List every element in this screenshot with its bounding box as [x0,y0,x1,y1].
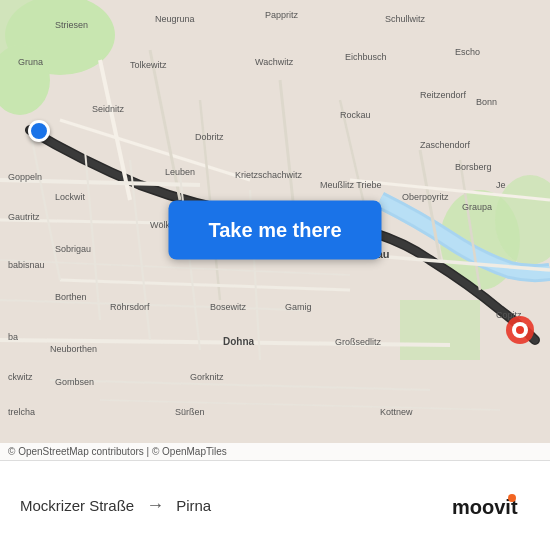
moovit-logo: moovit [450,488,530,523]
origin-pin [28,120,50,142]
svg-text:Tolkewitz: Tolkewitz [130,60,167,70]
svg-text:Meußlitz  Triebe: Meußlitz Triebe [320,180,382,190]
svg-text:Striesen: Striesen [55,20,88,30]
svg-text:Borsberg: Borsberg [455,162,492,172]
map-container: Striesen Neugruna Pappritz Schullwitz Gr… [0,0,550,460]
svg-text:Borthen: Borthen [55,292,87,302]
svg-text:Graupa: Graupa [462,202,492,212]
svg-text:Röhrsdorf: Röhrsdorf [110,302,150,312]
svg-text:Wachwitz: Wachwitz [255,57,294,67]
svg-text:Lockwit: Lockwit [55,192,86,202]
svg-text:Bosewitz: Bosewitz [210,302,247,312]
svg-text:Gorknitz: Gorknitz [190,372,224,382]
bottom-bar: Mockrizer Straße → Pirna moovit [0,460,550,550]
svg-rect-3 [0,0,80,60]
moovit-logo-svg: moovit [450,488,530,523]
svg-text:Kottnew: Kottnew [380,407,413,417]
svg-text:Pappritz: Pappritz [265,10,299,20]
svg-text:Zaschendorf: Zaschendorf [420,140,471,150]
svg-text:Sobrigau: Sobrigau [55,244,91,254]
svg-text:Seidnitz: Seidnitz [92,104,125,114]
svg-text:Gombsen: Gombsen [55,377,94,387]
svg-rect-6 [400,300,480,360]
svg-text:Leuben: Leuben [165,167,195,177]
svg-text:Eichbusch: Eichbusch [345,52,387,62]
svg-text:Neugruna: Neugruna [155,14,195,24]
arrow-icon: → [146,495,164,516]
svg-text:Rockau: Rockau [340,110,371,120]
svg-text:Goppeln: Goppeln [8,172,42,182]
svg-text:Schullwitz: Schullwitz [385,14,426,24]
svg-text:Reitzendorf: Reitzendorf [420,90,467,100]
svg-text:Krietzschachwitz: Krietzschachwitz [235,170,303,180]
svg-text:Gruna: Gruna [18,57,43,67]
take-me-there-button[interactable]: Take me there [168,201,381,260]
map-attribution: © OpenStreetMap contributors | © OpenMap… [0,443,550,460]
svg-text:ba: ba [8,332,18,342]
svg-point-55 [516,326,524,334]
destination-label: Pirna [176,497,211,514]
svg-text:moovit: moovit [452,496,518,518]
svg-text:Escho: Escho [455,47,480,57]
svg-text:Gautritz: Gautritz [8,212,40,222]
svg-text:Bonn: Bonn [476,97,497,107]
svg-text:Je: Je [496,180,506,190]
route-info: Mockrizer Straße → Pirna [20,495,450,516]
svg-text:Großsedlitz: Großsedlitz [335,337,382,347]
svg-text:Gamig: Gamig [285,302,312,312]
svg-text:Oberpoyritz: Oberpoyritz [402,192,449,202]
svg-text:Sürßen: Sürßen [175,407,205,417]
svg-text:Dobritz: Dobritz [195,132,224,142]
svg-text:trelcha: trelcha [8,407,35,417]
svg-text:Dohna: Dohna [223,336,255,347]
svg-text:ckwitz: ckwitz [8,372,33,382]
svg-text:Neuborthen: Neuborthen [50,344,97,354]
origin-label: Mockrizer Straße [20,497,134,514]
svg-text:babisnau: babisnau [8,260,45,270]
svg-point-57 [508,494,516,502]
